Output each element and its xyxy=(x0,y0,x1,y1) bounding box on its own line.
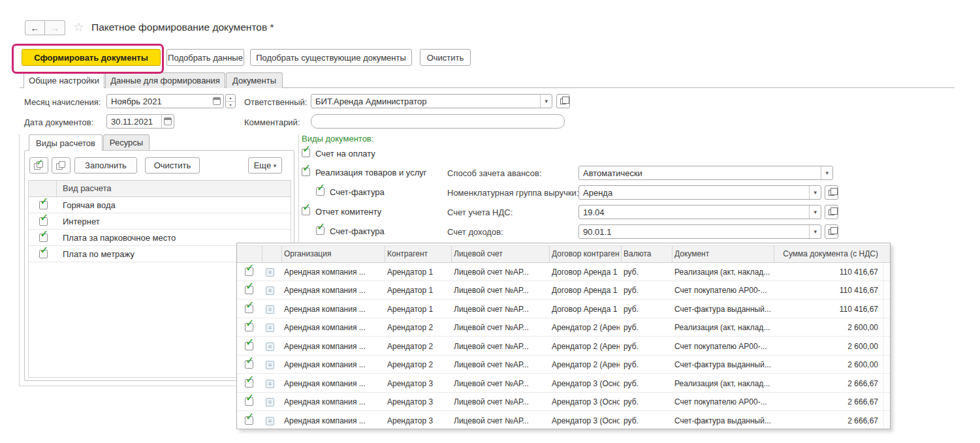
clear-all-flags-button[interactable] xyxy=(52,157,71,174)
cell-contragent: Арендатор 1 xyxy=(387,281,450,299)
row-checkbox[interactable]: ✓ xyxy=(245,379,253,388)
table-row[interactable]: ✓ ≡ Арендная компания ... Арендатор 3 Ли… xyxy=(237,412,890,430)
row-checkbox[interactable]: ✓ xyxy=(39,201,48,209)
column-header: Вид расчета xyxy=(63,181,112,196)
doc-date-label: Дата документов: xyxy=(24,117,93,127)
check-icon: ✓ xyxy=(317,222,325,232)
month-label: Месяц начисления: xyxy=(24,97,101,107)
calendar-icon[interactable] xyxy=(213,97,221,105)
spin-down-icon[interactable]: ▾ xyxy=(226,102,235,108)
row-checkbox[interactable]: ✓ xyxy=(245,342,253,350)
advance-label: Способ зачета авансов: xyxy=(447,168,542,178)
clear-list-button[interactable]: Очистить xyxy=(145,157,200,174)
invoice-payment-checkbox[interactable]: ✓ xyxy=(302,149,310,157)
check-icon: ✓ xyxy=(40,229,48,239)
clear-button[interactable]: Очистить xyxy=(420,49,471,66)
calc-type-label: Интернет xyxy=(63,213,100,230)
col-contract: Договор контрагента xyxy=(552,246,620,262)
cell-document: Счет-фактура выданный... xyxy=(674,412,772,430)
vat-account-open-button[interactable] xyxy=(825,205,838,219)
dropdown-icon[interactable]: ▾ xyxy=(809,186,821,199)
tab-documents[interactable]: Документы xyxy=(226,72,283,88)
cell-contract: Договор Аренда 1 о... xyxy=(552,263,620,281)
table-row[interactable]: ✓ ≡ Арендная компания ... Арендатор 3 Ли… xyxy=(237,374,890,393)
dropdown-icon[interactable]: ▾ xyxy=(809,206,821,219)
dropdown-icon[interactable]: ▾ xyxy=(821,166,832,179)
table-row[interactable]: ✓ ≡ Арендная компания ... Арендатор 1 Ли… xyxy=(237,300,890,318)
fill-button[interactable]: Заполнить xyxy=(74,157,137,174)
generate-documents-button[interactable]: Сформировать документы xyxy=(22,49,161,66)
check-icon: ✓ xyxy=(40,213,48,223)
tab-data-for-generation[interactable]: Данные для формирования xyxy=(105,72,225,88)
favorite-star-icon[interactable]: ☆ xyxy=(73,20,84,35)
income-account-input[interactable]: 90.01.1 ▾ xyxy=(578,224,821,239)
calendar-icon[interactable] xyxy=(164,117,172,125)
list-item[interactable]: ✓ Горячая вода xyxy=(29,197,291,213)
row-checkbox[interactable]: ✓ xyxy=(245,416,253,425)
documents-table: Организация Контрагент Лицевой счет Дого… xyxy=(236,243,891,429)
col-currency: Валюта xyxy=(624,246,663,262)
cell-currency: руб. xyxy=(624,318,663,336)
invoice-facture2-checkbox[interactable]: ✓ xyxy=(316,226,324,235)
more-button[interactable]: Еще ▾ xyxy=(248,157,282,174)
month-stepper[interactable]: ▴ ▾ xyxy=(225,94,236,108)
table-row[interactable]: ✓ ≡ Арендная компания ... Арендатор 2 Ли… xyxy=(237,318,890,337)
back-button[interactable]: ← xyxy=(25,20,45,35)
list-item[interactable]: ✓ Интернет xyxy=(29,213,291,230)
pick-existing-documents-button[interactable]: Подобрать существующие документы xyxy=(250,49,412,66)
cell-org: Арендная компания ... xyxy=(284,337,383,355)
tab-calc-types[interactable]: Виды расчетов xyxy=(29,134,103,151)
row-checkbox[interactable]: ✓ xyxy=(39,217,48,226)
cell-contragent: Арендатор 2 xyxy=(387,337,450,355)
realization-checkbox[interactable]: ✓ xyxy=(302,168,310,176)
vat-account-value: 19.04 xyxy=(583,207,605,217)
row-checkbox[interactable]: ✓ xyxy=(39,250,48,258)
row-checkbox[interactable]: ✓ xyxy=(245,267,253,276)
dropdown-icon[interactable]: ▾ xyxy=(540,95,552,108)
row-checkbox[interactable]: ✓ xyxy=(245,360,253,369)
row-checkbox[interactable]: ✓ xyxy=(245,397,253,406)
cell-document: Реализация (акт, наклад... xyxy=(674,318,772,336)
document-icon: ≡ xyxy=(266,324,274,332)
tab-resources[interactable]: Ресурсы xyxy=(103,134,150,150)
income-account-open-button[interactable] xyxy=(825,224,838,239)
cell-contract: Арендатор 3 (Осно... xyxy=(552,412,620,430)
dropdown-icon[interactable]: ▾ xyxy=(809,225,821,238)
row-checkbox[interactable]: ✓ xyxy=(39,234,48,242)
cell-org: Арендная компания ... xyxy=(284,412,383,430)
forward-button[interactable]: → xyxy=(45,20,65,35)
table-row[interactable]: ✓ ≡ Арендная компания ... Арендатор 2 Ли… xyxy=(237,356,890,374)
vat-account-input[interactable]: 19.04 ▾ xyxy=(578,205,821,219)
invoice-facture-checkbox[interactable]: ✓ xyxy=(316,187,324,196)
row-checkbox[interactable]: ✓ xyxy=(245,286,253,294)
doc-date-input[interactable]: 30.11.2021 xyxy=(106,114,174,129)
month-input[interactable]: Ноябрь 2021 xyxy=(106,94,224,108)
row-checkbox[interactable]: ✓ xyxy=(245,323,253,331)
comment-input[interactable] xyxy=(311,114,565,129)
table-row[interactable]: ✓ ≡ Арендная компания ... Арендатор 3 Ли… xyxy=(237,393,890,411)
advance-input[interactable]: Автоматически ▾ xyxy=(578,166,833,180)
calc-type-label: Горячая вода xyxy=(63,197,116,213)
tab-general-settings[interactable]: Общие настройки xyxy=(24,72,104,88)
set-all-flags-button[interactable]: ✓ xyxy=(29,157,48,174)
responsible-open-button[interactable] xyxy=(556,94,570,108)
responsible-input[interactable]: БИТ.Аренда Администратор ▾ xyxy=(311,94,552,108)
table-row[interactable]: ✓ ≡ Арендная компания ... Арендатор 1 Ли… xyxy=(237,263,890,281)
cell-amount: 110 416,67 xyxy=(774,300,878,318)
pick-data-button[interactable]: Подобрать данные xyxy=(166,49,244,66)
cell-document: Счет покупателю АР00-... xyxy=(674,281,772,299)
table-header: Организация Контрагент Лицевой счет Дого… xyxy=(237,245,890,263)
check-icon: ✓ xyxy=(245,318,254,329)
committent-report-checkbox[interactable]: ✓ xyxy=(302,207,310,215)
open-icon xyxy=(829,229,834,235)
table-row[interactable]: ✓ ≡ Арендная компания ... Арендатор 1 Ли… xyxy=(237,281,890,299)
app-window: ← → ☆ Пакетное формирование документов *… xyxy=(0,0,980,443)
cell-contract: Арендатор 3 (Осно... xyxy=(552,393,620,410)
nomenclature-input[interactable]: Аренда ▾ xyxy=(578,185,821,200)
nomenclature-open-button[interactable] xyxy=(825,185,838,200)
col-account: Лицевой счет xyxy=(454,246,548,262)
document-icon: ≡ xyxy=(266,305,274,314)
table-row[interactable]: ✓ ≡ Арендная компания ... Арендатор 2 Ли… xyxy=(237,337,890,356)
spin-up-icon[interactable]: ▴ xyxy=(226,95,235,102)
row-checkbox[interactable]: ✓ xyxy=(245,305,253,313)
